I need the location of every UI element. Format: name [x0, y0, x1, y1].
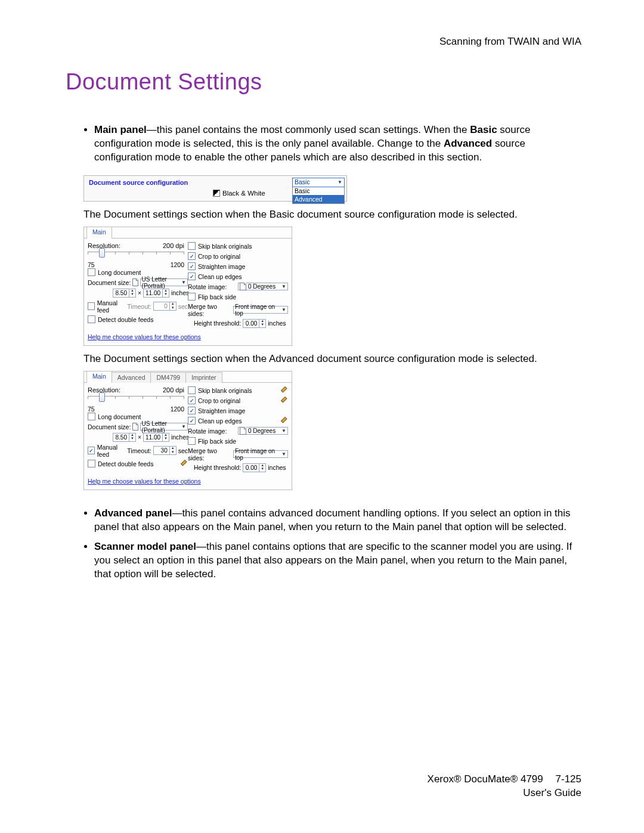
outro-advanced-panel: Advanced panel—this panel contains advan… — [94, 507, 581, 534]
intro-main-lead: Main panel — [94, 124, 147, 135]
footer-product: Xerox® DocuMate® 4799 — [428, 773, 543, 785]
manual-feed-label: Manual feed — [97, 444, 128, 458]
straighten-checkbox[interactable]: ✓ — [188, 407, 196, 414]
skip-blank-checkbox[interactable] — [188, 242, 196, 250]
skip-blank-label: Skip blank originals — [198, 243, 252, 250]
slider-thumb[interactable] — [99, 248, 105, 258]
timeout-unit: sec — [178, 447, 188, 454]
footer-guide: User's Guide — [428, 786, 581, 800]
page-icon — [132, 278, 138, 286]
crop-original-label: Crop to original — [198, 253, 240, 260]
rotate-label: Rotate image: — [188, 428, 227, 435]
cleanup-edges-checkbox[interactable]: ✓ — [188, 417, 196, 425]
long-document-checkbox[interactable] — [88, 268, 95, 276]
merge-two-sides-label: Merge two sides: — [188, 447, 233, 462]
merge-select[interactable]: Front image on top▼ — [233, 306, 288, 314]
intro-list: Main panel—this panel contains the most … — [83, 123, 581, 165]
manual-feed-checkbox[interactable] — [88, 302, 95, 310]
black-white-label: Black & White — [213, 190, 265, 197]
height-threshold-label: Height threshold: — [194, 464, 241, 471]
crop-original-checkbox[interactable]: ✓ — [188, 397, 196, 404]
slider-thumb[interactable] — [99, 392, 105, 402]
help-link[interactable]: Help me choose values for these options — [88, 333, 201, 340]
caption-basic: The Document settings section when the B… — [83, 209, 581, 221]
footer-page-number: 7-125 — [556, 773, 581, 785]
resolution-slider[interactable] — [88, 396, 184, 405]
page-title: Document Settings — [66, 69, 581, 95]
flip-back-checkbox[interactable] — [188, 437, 196, 445]
manual-feed-label: Manual feed — [97, 299, 128, 314]
outro-list: Advanced panel—this panel contains advan… — [83, 507, 581, 581]
tab-main[interactable]: Main — [86, 371, 112, 383]
rotate-select[interactable]: 0 Degrees ▼ — [238, 427, 288, 435]
config-mode-selected[interactable]: Basic ▼ — [292, 178, 345, 187]
manual-feed-checkbox[interactable]: ✓ — [88, 447, 95, 454]
pencil-icon[interactable] — [281, 417, 289, 425]
timeout-stepper[interactable]: 30▲▼ — [153, 446, 177, 455]
tab-advanced[interactable]: Advanced — [112, 372, 151, 383]
units-label: inches — [171, 289, 189, 296]
help-link[interactable]: Help me choose values for these options — [88, 478, 201, 485]
crop-original-checkbox[interactable]: ✓ — [188, 252, 196, 260]
height-threshold-label: Height threshold: — [194, 320, 241, 327]
config-strip-title: Document source configuration — [89, 179, 188, 186]
resolution-value: 200 dpi — [163, 242, 184, 249]
page-footer: Xerox® DocuMate® 4799 7-125 User's Guide — [428, 773, 581, 800]
resolution-min: 75 — [88, 261, 95, 268]
height-threshold-unit: inches — [268, 320, 286, 327]
page-icon — [240, 427, 246, 435]
document-size-label: Document size: — [88, 423, 131, 431]
black-white-swatch-icon — [213, 190, 220, 197]
pencil-icon[interactable] — [281, 397, 289, 405]
tab-dm4799[interactable]: DM4799 — [150, 372, 186, 383]
timeout-unit: sec — [178, 303, 188, 310]
page-icon — [132, 423, 138, 431]
outro-scanner-panel: Scanner model panel—this panel contains … — [94, 540, 581, 581]
timeout-label: Timeout: — [127, 447, 151, 454]
running-header: Scanning from TWAIN and WIA — [66, 36, 581, 48]
chevron-down-icon: ▼ — [181, 424, 186, 429]
resolution-max: 1200 — [171, 405, 184, 413]
long-document-label: Long document — [98, 269, 141, 276]
chevron-down-icon: ▼ — [281, 284, 286, 289]
document-size-select[interactable]: US Letter (Portrait)▼ — [140, 278, 188, 286]
rotate-select[interactable]: 0 Degrees ▼ — [238, 283, 288, 290]
height-stepper[interactable]: 11.00▲▼ — [143, 433, 169, 442]
long-document-checkbox[interactable] — [88, 413, 95, 420]
timeout-stepper[interactable]: 0▲▼ — [153, 302, 177, 311]
flip-back-label: Flip back side — [198, 293, 236, 301]
resolution-slider[interactable] — [88, 252, 184, 261]
detect-double-feeds-checkbox[interactable] — [88, 460, 95, 467]
config-mode-option-basic[interactable]: Basic — [292, 187, 345, 195]
flip-back-checkbox[interactable] — [188, 293, 196, 301]
flip-back-label: Flip back side — [198, 438, 236, 445]
straighten-label: Straighten image — [198, 263, 245, 270]
straighten-checkbox[interactable]: ✓ — [188, 262, 196, 270]
resolution-max: 1200 — [171, 261, 184, 268]
height-stepper[interactable]: 11.00▲▼ — [143, 289, 169, 298]
width-stepper[interactable]: 8.50▲▼ — [113, 289, 136, 298]
chevron-down-icon: ▼ — [281, 428, 286, 433]
detect-double-feeds-checkbox[interactable] — [88, 315, 95, 323]
width-stepper[interactable]: 8.50▲▼ — [113, 433, 136, 442]
chevron-down-icon: ▼ — [181, 280, 186, 285]
document-size-select[interactable]: US Letter (Portrait)▼ — [140, 423, 188, 431]
config-mode-option-advanced[interactable]: Advanced — [292, 195, 345, 204]
caption-advanced: The Document settings section when the A… — [83, 353, 581, 365]
settings-panel-basic: Main Resolution: 200 dpi — [83, 227, 292, 346]
tab-main[interactable]: Main — [86, 227, 112, 239]
skip-blank-checkbox[interactable] — [188, 386, 196, 394]
merge-select[interactable]: Front image on top▼ — [233, 450, 288, 458]
detect-double-feeds-label: Detect double feeds — [98, 316, 153, 323]
document-size-label: Document size: — [88, 279, 131, 286]
tab-imprinter[interactable]: Imprinter — [185, 372, 222, 383]
timeout-label: Timeout: — [127, 303, 151, 310]
chevron-down-icon: ▼ — [338, 178, 342, 186]
cleanup-edges-checkbox[interactable]: ✓ — [188, 272, 196, 280]
settings-panel-advanced: Main Advanced DM4799 Imprinter Resolutio… — [83, 371, 292, 490]
pencil-icon[interactable] — [281, 386, 289, 395]
config-mode-dropdown[interactable]: Basic ▼ Basic Advanced — [292, 178, 345, 204]
height-threshold-stepper[interactable]: 0.00▲▼ — [243, 319, 266, 328]
resolution-min: 75 — [88, 405, 95, 413]
height-threshold-stepper[interactable]: 0.00▲▼ — [243, 463, 266, 472]
